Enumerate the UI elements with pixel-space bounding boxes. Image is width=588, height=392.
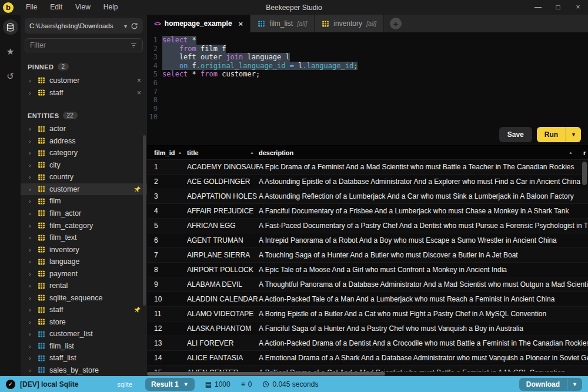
cell-title[interactable]: ALAMO VIDEOTAPE bbox=[187, 310, 259, 318]
pinned-item-staff[interactable]: ›staff× bbox=[21, 86, 147, 99]
entity-item-sqlite_sequence[interactable]: ›sqlite_sequence bbox=[21, 292, 147, 304]
cell-title[interactable]: ALASKA PHANTOM bbox=[187, 324, 259, 333]
table-row[interactable]: 9ALABAMA DEVILA Thoughtful Panorama of a… bbox=[147, 277, 588, 292]
cell-description[interactable]: A Boring Epistle of a Butler And a Cat w… bbox=[259, 310, 588, 318]
cell-film-id[interactable]: 13 bbox=[147, 339, 187, 347]
table-row[interactable]: 1ACADEMY DINOSAURA Epic Drama of a Femin… bbox=[147, 160, 588, 175]
entity-item-actor[interactable]: ›actor bbox=[21, 123, 147, 135]
cell-film-id[interactable]: 12 bbox=[147, 324, 187, 333]
cell-description[interactable]: A Action-Packed Drama of a Dentist And a… bbox=[259, 339, 588, 347]
entity-item-customer_list[interactable]: ›customer_list bbox=[21, 328, 147, 340]
cell-description[interactable]: A Fanciful Saga of a Hunter And a Pastry… bbox=[259, 324, 588, 333]
cell-title[interactable]: ALADDIN CALENDAR bbox=[187, 295, 259, 303]
database-nav-button[interactable] bbox=[3, 19, 18, 35]
entity-item-category[interactable]: ›category bbox=[21, 147, 147, 159]
entity-item-inventory[interactable]: ›inventory bbox=[21, 243, 147, 256]
result-selector[interactable]: Result 1 ▼ bbox=[145, 378, 195, 391]
close-button[interactable]: × bbox=[568, 0, 588, 15]
cell-title[interactable]: AGENT TRUMAN bbox=[187, 236, 259, 244]
favorites-nav-button[interactable]: ★ bbox=[3, 44, 18, 59]
menu-file[interactable]: File bbox=[19, 0, 44, 15]
cell-description[interactable]: A Epic Tale of a Moose And a Girl who mu… bbox=[259, 266, 588, 274]
entity-item-store[interactable]: ›store bbox=[21, 316, 147, 329]
editor-line-9[interactable]: 9 bbox=[147, 105, 588, 113]
entity-item-film_list[interactable]: ›film_list bbox=[21, 340, 147, 353]
cell-title[interactable]: AIRPLANE SIERRA bbox=[187, 251, 259, 259]
cell-film-id[interactable]: 6 bbox=[147, 236, 187, 244]
cell-description[interactable]: A Epic Drama of a Feminist And a Mad Sci… bbox=[259, 163, 588, 171]
entity-item-rental[interactable]: ›rental bbox=[21, 280, 147, 292]
entity-item-staff[interactable]: ›staff bbox=[21, 304, 147, 316]
cell-description[interactable]: A Intrepid Panorama of a Robot And a Boy… bbox=[259, 236, 588, 244]
unpin-icon[interactable]: × bbox=[137, 89, 141, 97]
entity-item-language[interactable]: ›language bbox=[21, 256, 147, 268]
editor-line-7[interactable]: 7 bbox=[147, 88, 588, 96]
pinned-section-header[interactable]: PINNED 2 bbox=[21, 58, 147, 74]
cell-description[interactable]: A Fanciful Documentary of a Frisbee And … bbox=[259, 207, 588, 215]
run-options-button[interactable]: ▼ bbox=[566, 127, 581, 142]
entity-item-address[interactable]: ›address bbox=[21, 135, 147, 148]
editor-line-6[interactable]: 6 bbox=[147, 79, 588, 88]
cell-description[interactable]: A Astounding Epistle of a Database Admin… bbox=[259, 177, 588, 186]
tab-film_list[interactable]: film_list[all] bbox=[250, 15, 315, 32]
cell-title[interactable]: ALI FOREVER bbox=[187, 339, 259, 347]
table-row[interactable]: 11ALAMO VIDEOTAPEA Boring Epistle of a B… bbox=[147, 307, 588, 321]
sidebar-scrollbar[interactable] bbox=[143, 135, 146, 306]
editor-line-1[interactable]: 1select * bbox=[147, 36, 588, 45]
connection-selector[interactable]: C:\Users\ghstng\Downloads ▾ bbox=[25, 18, 143, 33]
menu-view[interactable]: View bbox=[69, 0, 97, 15]
cell-film-id[interactable]: 14 bbox=[147, 354, 187, 362]
entity-item-film[interactable]: ›film bbox=[21, 195, 147, 207]
cell-film-id[interactable]: 10 bbox=[147, 295, 187, 303]
column-header-description[interactable]: description ▲ bbox=[259, 149, 583, 156]
horizontal-scrollbar[interactable] bbox=[147, 371, 588, 376]
pinned-item-customer[interactable]: ›customer× bbox=[21, 74, 147, 86]
entity-item-film_category[interactable]: ›film_category bbox=[21, 219, 147, 232]
entity-item-film_actor[interactable]: ›film_actor bbox=[21, 207, 147, 220]
cell-title[interactable]: ACE GOLDFINGER bbox=[187, 177, 259, 186]
cell-film-id[interactable]: 8 bbox=[147, 266, 187, 274]
column-header-title[interactable]: title ▲ bbox=[187, 149, 259, 156]
editor-line-4[interactable]: 4 on f.original_language_id = l.language… bbox=[147, 62, 588, 71]
cell-film-id[interactable]: 5 bbox=[147, 222, 187, 230]
cell-film-id[interactable]: 11 bbox=[147, 310, 187, 318]
entity-item-payment[interactable]: ›payment bbox=[21, 267, 147, 280]
editor-line-3[interactable]: 3 left outer join language l bbox=[147, 53, 588, 62]
menu-edit[interactable]: Edit bbox=[44, 0, 69, 15]
editor-line-5[interactable]: 5select * from customer; bbox=[147, 70, 588, 79]
table-row[interactable]: 7AIRPLANE SIERRAA Touching Saga of a Hun… bbox=[147, 248, 588, 263]
maximize-button[interactable]: □ bbox=[548, 0, 568, 15]
tab-inventory[interactable]: inventory[all] bbox=[315, 15, 384, 32]
table-row[interactable]: 2ACE GOLDFINGERA Astounding Epistle of a… bbox=[147, 175, 588, 189]
table-row[interactable]: 6AGENT TRUMANA Intrepid Panorama of a Ro… bbox=[147, 233, 588, 248]
entity-filter-input[interactable] bbox=[30, 41, 130, 49]
horizontal-scrollbar-thumb[interactable] bbox=[147, 372, 385, 376]
cell-description[interactable]: A Action-Packed Tale of a Man And a Lumb… bbox=[259, 295, 588, 303]
editor-line-2[interactable]: 2 from film f bbox=[147, 45, 588, 53]
entity-item-film_text[interactable]: ›film_text bbox=[21, 232, 147, 244]
table-row[interactable]: 8AIRPORT POLLOCKA Epic Tale of a Moose A… bbox=[147, 263, 588, 277]
cell-film-id[interactable]: 7 bbox=[147, 251, 187, 259]
run-button[interactable]: Run bbox=[537, 127, 566, 142]
results-rows[interactable]: 1ACADEMY DINOSAURA Epic Drama of a Femin… bbox=[147, 160, 588, 371]
column-header-next-truncated[interactable]: r bbox=[583, 149, 588, 156]
editor-line-10[interactable]: 10 bbox=[147, 113, 588, 122]
cell-film-id[interactable]: 2 bbox=[147, 177, 187, 186]
table-row[interactable]: 12ALASKA PHANTOMA Fanciful Saga of a Hun… bbox=[147, 321, 588, 336]
cell-title[interactable]: ADAPTATION HOLES bbox=[187, 192, 259, 200]
cell-title[interactable]: AIRPORT POLLOCK bbox=[187, 266, 259, 274]
entity-item-staff_list[interactable]: ›staff_list bbox=[21, 352, 147, 364]
cell-description[interactable]: A Touching Saga of a Hunter And a Butler… bbox=[259, 251, 588, 259]
column-header-film-id[interactable]: film_id ▲ bbox=[147, 149, 187, 156]
tab-homepage_example[interactable]: <>homepage_example× bbox=[147, 15, 250, 32]
table-row[interactable]: 4AFFAIR PREJUDICEA Fanciful Documentary … bbox=[147, 204, 588, 219]
unpin-icon[interactable]: × bbox=[137, 76, 141, 85]
cell-title[interactable]: ACADEMY DINOSAUR bbox=[187, 163, 259, 171]
cell-title[interactable]: AFFAIR PREJUDICE bbox=[187, 207, 259, 215]
tab-close-icon[interactable]: × bbox=[239, 19, 243, 28]
cell-description[interactable]: A Emotional Drama of a A Shark And a Dat… bbox=[259, 354, 588, 362]
download-button[interactable]: Download bbox=[519, 378, 567, 391]
entity-item-city[interactable]: ›city bbox=[21, 159, 147, 172]
cell-film-id[interactable]: 3 bbox=[147, 192, 187, 200]
cell-description[interactable]: A Thoughtful Panorama of a Database Admi… bbox=[259, 280, 588, 289]
